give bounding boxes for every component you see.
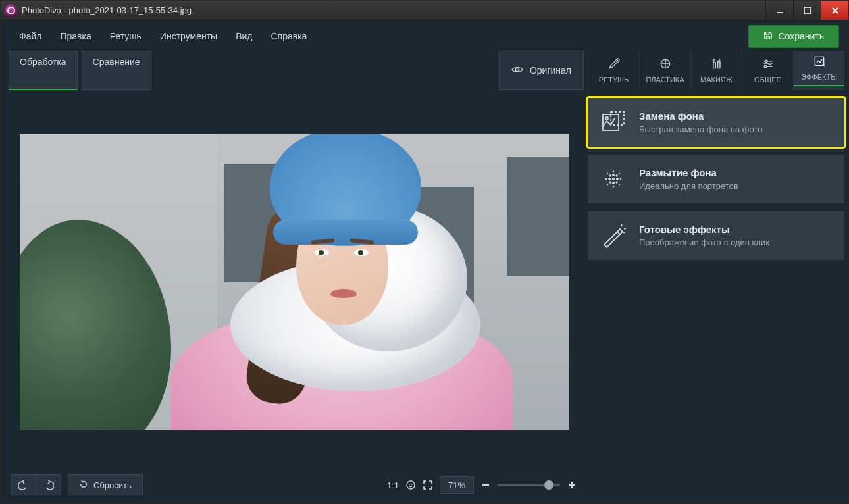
menu-retouch[interactable]: Ретушь [101,27,151,45]
svg-rect-26 [611,112,624,125]
zoom-in-button[interactable] [567,480,577,490]
effect-card-presets[interactable]: Готовые эффекты Преображение фото в один… [588,211,844,260]
bottom-toolbar: Сбросить 1:1 71% [5,470,584,499]
face-detect-icon[interactable] [405,480,416,490]
svg-point-33 [616,175,617,176]
svg-point-14 [765,60,767,62]
redo-icon [43,480,54,490]
window-title: PhotoDiva - photo_2021-03-17_15-55-34.jp… [22,5,192,15]
menu-edit[interactable]: Правка [51,27,100,45]
effect-card-replace-bg[interactable]: Замена фона Быстрая замена фона на фото [588,98,844,147]
tooltab-effects-label: ЭФФЕКТЫ [801,73,837,81]
reset-button[interactable]: Сбросить [68,474,143,495]
close-button[interactable] [821,1,848,20]
retouch-icon [607,57,621,72]
svg-point-38 [613,171,614,172]
tooltab-plastic[interactable]: ПЛАСТИКА [639,51,690,90]
effect-title: Готовые эффекты [639,224,769,235]
tooltab-effects[interactable]: ЭФФЕКТЫ [793,51,844,90]
svg-point-39 [613,186,614,187]
zoom-ratio-label[interactable]: 1:1 [387,480,399,490]
tooltab-makeup[interactable]: МАКИЯЖ [690,51,742,90]
effect-title: Замена фона [639,111,762,122]
svg-rect-1 [804,7,811,14]
eye-icon [511,65,523,76]
view-tabs: Обработка Сравнение [5,51,151,90]
tab-processing[interactable]: Обработка [9,51,78,90]
original-label: Оригинал [530,65,571,76]
effect-subtitle: Быстрая замена фона на фото [639,124,762,134]
blur-bg-icon [600,165,627,193]
svg-point-19 [409,484,410,485]
save-label: Сохранить [778,31,824,41]
effect-subtitle: Идеально для портретов [639,181,738,191]
presets-icon [600,222,627,249]
tooltab-general-label: ОБЩЕЕ [754,76,781,84]
tooltab-general[interactable]: ОБЩЕЕ [742,51,793,90]
tool-tabs: РЕТУШЬ ПЛАСТИКА МАКИЯЖ ОБЩЕЕ ЭФФЕКТЫ [588,51,844,90]
svg-rect-8 [713,63,715,68]
makeup-icon [710,57,723,72]
photo-preview [20,134,569,430]
effects-icon [813,55,826,69]
svg-point-20 [411,484,413,485]
save-button[interactable]: Сохранить [748,25,839,48]
svg-point-28 [609,178,611,180]
zoom-out-button[interactable] [480,480,491,490]
menu-tools[interactable]: Инструменты [151,27,226,45]
plastic-icon [659,57,672,72]
menu-help[interactable]: Справка [261,27,316,45]
svg-point-34 [609,182,611,183]
svg-point-36 [605,178,607,180]
svg-point-40 [607,173,608,174]
tab-compare[interactable]: Сравнение [82,51,151,90]
app-body: Файл Правка Ретушь Инструменты Вид Справ… [1,20,848,503]
minimize-button[interactable] [765,1,793,20]
save-icon [763,31,773,42]
toolbar-row: Обработка Сравнение Оригинал РЕТУШЬ ПЛАС… [5,51,844,90]
reset-icon [79,480,88,491]
svg-point-4 [515,68,519,71]
titlebar: PhotoDiva - photo_2021-03-17_15-55-34.jp… [1,1,848,20]
svg-rect-9 [713,59,715,63]
undo-button[interactable] [11,474,36,495]
zoom-slider-thumb[interactable] [544,480,553,490]
tooltab-makeup-label: МАКИЯЖ [700,76,733,84]
zoom-value[interactable]: 71% [440,476,474,494]
replace-bg-icon [600,109,627,136]
svg-point-25 [605,117,608,120]
zoom-slider[interactable] [498,484,560,486]
svg-point-35 [616,182,617,183]
svg-point-18 [407,481,415,489]
svg-point-27 [613,178,615,180]
svg-point-42 [607,184,608,185]
main-row: Сбросить 1:1 71% [5,94,844,499]
tooltab-retouch-label: РЕТУШЬ [599,76,629,84]
fullscreen-icon[interactable] [423,480,433,490]
window-controls [765,1,848,20]
svg-point-30 [613,174,615,176]
undo-icon [18,480,29,490]
tooltab-retouch[interactable]: РЕТУШЬ [588,51,639,90]
svg-point-31 [613,182,615,184]
effect-subtitle: Преображение фото в один клик [639,238,769,247]
effect-title: Размытие фона [639,167,738,178]
effect-card-blur-bg[interactable]: Размытие фона Идеально для портретов [588,155,844,203]
menu-file[interactable]: Файл [10,27,51,45]
svg-point-29 [617,178,619,180]
redo-button[interactable] [36,474,61,495]
original-toggle[interactable]: Оригинал [499,51,584,90]
tooltab-plastic-label: ПЛАСТИКА [646,76,684,84]
general-icon [761,57,775,72]
menu-view[interactable]: Вид [226,27,261,45]
app-window: PhotoDiva - photo_2021-03-17_15-55-34.jp… [0,0,849,504]
svg-point-43 [619,184,620,185]
effects-panel: Замена фона Быстрая замена фона на фото [588,94,844,499]
maximize-button[interactable] [793,1,821,20]
svg-rect-10 [717,62,719,68]
canvas-viewport[interactable] [5,94,584,470]
reset-label: Сбросить [93,480,132,490]
svg-point-16 [764,66,766,68]
svg-point-41 [619,173,620,174]
svg-point-32 [609,175,611,176]
